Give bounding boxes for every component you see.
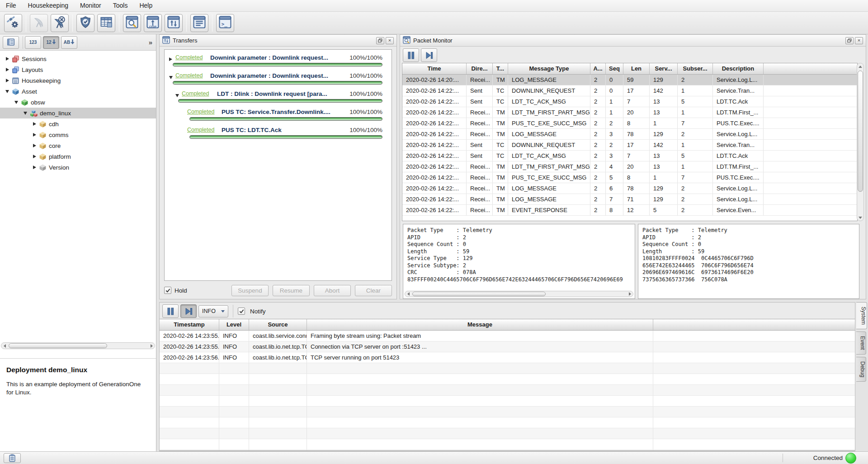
tree-item-comms[interactable]: comms [0, 129, 156, 140]
packet-row[interactable]: 2020-02-26 14:22:...SentTCDOWNLINK_REQUE… [402, 85, 857, 96]
expand-icon[interactable] [33, 155, 36, 158]
tree-item-asset[interactable]: Asset [0, 86, 156, 97]
packet-row[interactable]: 2020-02-26 14:22:...Recei...TMLOG_MESSAG… [402, 183, 857, 194]
scroll-down-icon[interactable] [857, 214, 863, 221]
collapse-icon[interactable] [24, 112, 27, 115]
packet-row[interactable]: 2020-02-26 14:22:...SentTCLDT_TC_ACK_MSG… [402, 151, 857, 161]
suspend-button[interactable]: Suspend [231, 285, 269, 296]
expand-icon[interactable] [33, 133, 36, 137]
collapse-icon[interactable] [14, 101, 18, 104]
packet-row[interactable]: 2020-02-26 14:22:...Recei...TMPUS_TC_EXE… [402, 118, 857, 129]
column-header[interactable]: Subser... [678, 63, 713, 74]
packet-row[interactable]: 2020-02-26 14:22:...SentTCLDT_TC_ACK_MSG… [402, 96, 857, 107]
column-header[interactable]: Timestamp [160, 319, 219, 330]
column-header[interactable]: Message Type [508, 63, 590, 74]
scroll-right-icon[interactable] [148, 343, 155, 349]
log-row[interactable] [160, 407, 855, 417]
column-header[interactable]: Serv... [650, 63, 678, 74]
log-row[interactable]: 2020-02-26 14:23:55.996INFOcoast.lib.io.… [160, 341, 855, 352]
expand-icon[interactable] [169, 56, 172, 62]
transfers-button[interactable] [165, 14, 183, 32]
menu-help[interactable]: Help [133, 0, 158, 11]
ground-station-button[interactable] [30, 14, 48, 32]
log-row[interactable]: 2020-02-26 14:23:55.995INFOcoast.lib.ser… [160, 331, 855, 341]
packet-row[interactable]: 2020-02-26 14:22:...SentTCDOWNLINK_REQUE… [402, 140, 857, 151]
clipboard-button[interactable] [4, 453, 21, 463]
expand-icon[interactable] [5, 68, 9, 71]
scrollbar-thumb[interactable] [412, 292, 546, 296]
menu-tools[interactable]: Tools [107, 0, 134, 11]
transfer-item[interactable]: CompletedDownink parameter : Downlink re… [165, 72, 392, 90]
float-button[interactable] [845, 37, 854, 44]
column-header[interactable]: T... [493, 63, 508, 74]
tree-item-layouts[interactable]: Layouts [0, 64, 156, 75]
tree-item-sessions[interactable]: Sessions [0, 53, 156, 64]
scroll-right-icon[interactable] [627, 291, 633, 297]
side-tab-debug[interactable]: Debug [856, 357, 866, 382]
column-header[interactable]: A... [590, 63, 606, 74]
packet-row[interactable]: 2020-02-26 14:22:...Recei...TMEVENT_RESP… [402, 205, 857, 216]
pause-button[interactable] [403, 48, 419, 62]
log-row[interactable]: 2020-02-26 14:23:56.008INFOcoast.lib.io.… [160, 352, 855, 363]
expand-icon[interactable] [33, 144, 36, 147]
sort-alpha-button[interactable]: AB [61, 36, 77, 49]
sort-numeric-button[interactable]: 12 [43, 36, 59, 49]
clear-button[interactable]: Clear [355, 285, 392, 296]
ground-station-disconnect-button[interactable] [51, 14, 69, 32]
cfdp-transfer-button[interactable]: CFDP [144, 14, 162, 32]
transfer-item[interactable]: CompletedPUS TC: Service.Transfer.Downli… [165, 109, 392, 127]
close-icon[interactable]: × [855, 37, 863, 44]
packet-row[interactable]: 2020-02-26 14:22:...Recei...TMLOG_MESSAG… [402, 129, 857, 140]
log-row[interactable] [160, 385, 855, 396]
event-log-button[interactable] [190, 14, 208, 32]
expand-icon[interactable] [5, 57, 9, 61]
log-row[interactable] [160, 439, 855, 450]
skip-to-end-button[interactable] [180, 304, 197, 318]
column-header[interactable]: Source [249, 319, 307, 330]
expand-icon[interactable] [33, 122, 36, 126]
log-row[interactable] [160, 363, 855, 374]
collapse-icon[interactable] [169, 74, 173, 80]
menu-file[interactable]: File [0, 0, 22, 11]
log-row[interactable] [160, 396, 855, 407]
resume-button[interactable]: Resume [273, 285, 310, 296]
expand-icon[interactable] [33, 166, 36, 169]
side-tab-event[interactable]: Event [856, 331, 866, 355]
log-row[interactable] [160, 374, 855, 385]
collapse-icon[interactable] [5, 90, 9, 93]
side-tab-system[interactable]: System [856, 302, 867, 329]
packet-row[interactable]: 2020-02-26 14:22:...Recei...TMPUS_TC_EXE… [402, 172, 857, 183]
column-header[interactable]: Seq [606, 63, 623, 74]
packet-row[interactable]: 2020-02-26 14:22:...Recei...TMLDT_TM_FIR… [402, 161, 857, 172]
column-header[interactable]: Dire... [467, 63, 493, 74]
expand-icon[interactable] [5, 79, 9, 82]
packet-row[interactable]: 2020-02-26 14:22:...Recei...TMLDT_TM_FIR… [402, 107, 857, 118]
menu-monitor[interactable]: Monitor [74, 0, 107, 11]
column-header[interactable]: Level [219, 319, 249, 330]
detail-horizontal-scrollbar[interactable] [405, 291, 633, 297]
column-header[interactable]: Message [307, 319, 653, 330]
scroll-left-icon[interactable] [1, 343, 8, 349]
skip-to-end-button[interactable] [421, 48, 437, 62]
log-row[interactable] [160, 417, 855, 428]
numeric-display-button[interactable]: 123 [25, 36, 41, 49]
pause-button[interactable] [162, 304, 179, 318]
tree-item-version[interactable]: Version [0, 162, 156, 173]
tree-item-housekeeping[interactable]: Housekeeping [0, 75, 156, 86]
column-header[interactable]: Description [713, 63, 764, 74]
notify-checkbox[interactable] [238, 308, 245, 315]
panel-view-button[interactable] [3, 36, 19, 49]
packet-row[interactable]: 2020-02-26 14:20:...Recei...TMLOG_MESSAG… [402, 75, 857, 85]
housekeeping-table-button[interactable] [97, 14, 115, 32]
column-header[interactable]: Len [623, 63, 650, 74]
tree-item-demo_linux[interactable]: demo_linux [0, 108, 156, 118]
shield-check-button[interactable] [76, 14, 94, 32]
scroll-left-icon[interactable] [405, 291, 411, 297]
toolbar-overflow-button[interactable]: » [149, 38, 151, 46]
packet-table-vertical-scrollbar[interactable] [857, 63, 864, 221]
close-icon[interactable]: × [386, 37, 394, 44]
tree-item-platform[interactable]: platform [0, 151, 156, 162]
log-row[interactable] [160, 450, 855, 451]
tree-item-cdh[interactable]: cdh [0, 118, 156, 129]
packet-row[interactable]: 2020-02-26 14:22:...Recei...TMLOG_MESSAG… [402, 194, 857, 205]
